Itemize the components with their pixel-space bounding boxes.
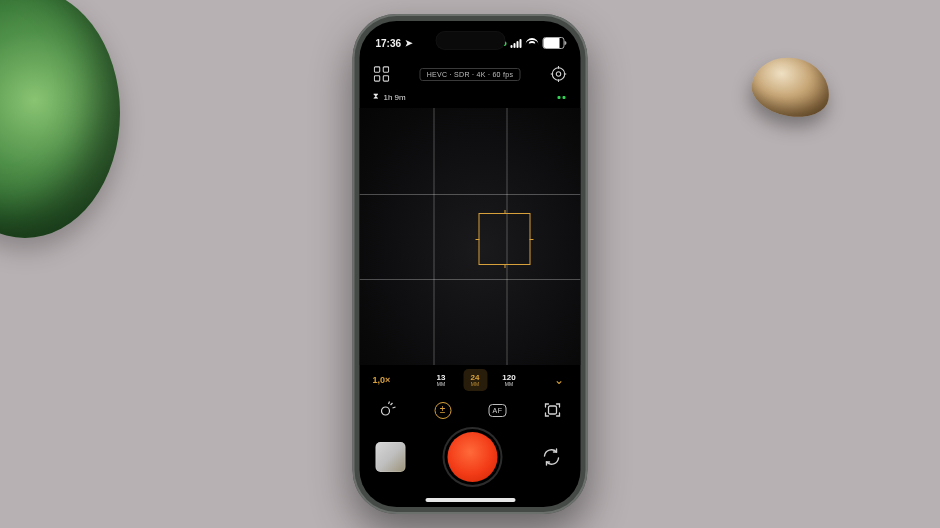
svg-rect-14 (549, 406, 557, 414)
autofocus-button[interactable]: AF (486, 399, 510, 421)
focus-reticle[interactable] (479, 213, 531, 265)
grid-line (360, 194, 581, 195)
iphone-frame: 17:36 ➤ HEVC (353, 14, 588, 514)
clock-label: 17:36 (376, 38, 402, 49)
shutter-row (360, 425, 581, 493)
battery-icon (543, 37, 565, 49)
plant-prop (0, 0, 120, 238)
home-indicator[interactable] (360, 493, 581, 507)
location-icon: ➤ (405, 38, 413, 48)
exposure-compensation-icon[interactable] (431, 399, 455, 421)
status-left: 17:36 ➤ (376, 38, 414, 49)
app-header: HEVC · SDR · 4K · 60 fps (360, 60, 581, 88)
format-badge[interactable]: HEVC · SDR · 4K · 60 fps (420, 68, 521, 81)
grid-line (433, 108, 434, 365)
chevron-down-icon[interactable]: ⌄ (550, 373, 568, 387)
qr-library-icon[interactable] (373, 65, 391, 83)
dynamic-island (435, 31, 505, 50)
hourglass-icon: ⧗ (373, 92, 379, 102)
phone-screen: 17:36 ➤ HEVC (360, 21, 581, 507)
last-capture-thumbnail[interactable] (376, 442, 406, 472)
status-right (498, 37, 565, 49)
grid-line (360, 279, 581, 280)
lens-120mm[interactable]: 120 MM (497, 369, 521, 391)
remaining-time-label: 1h 9m (384, 93, 406, 102)
svg-point-5 (556, 72, 560, 76)
svg-point-4 (552, 68, 564, 80)
svg-line-12 (393, 407, 396, 408)
lens-24mm[interactable]: 24 MM (463, 369, 487, 391)
lens-group: 13 MM 24 MM 120 MM (409, 369, 542, 391)
svg-rect-3 (383, 76, 388, 81)
svg-line-13 (389, 402, 390, 405)
wifi-icon (526, 38, 539, 48)
record-button[interactable] (447, 432, 497, 482)
photo-scene: 17:36 ➤ HEVC (0, 0, 940, 528)
zoom-readout[interactable]: 1,0× (373, 375, 401, 385)
tool-row: AF (360, 395, 581, 425)
remaining-row: ⧗ 1h 9m (360, 88, 581, 108)
settings-icon[interactable] (550, 65, 568, 83)
lens-13mm[interactable]: 13 MM (429, 369, 453, 391)
svg-line-11 (391, 403, 393, 405)
svg-rect-1 (383, 67, 388, 72)
level-indicator-icon (558, 96, 566, 99)
shell-prop (748, 52, 835, 123)
torch-icon[interactable] (376, 399, 400, 421)
cellular-icon (511, 39, 522, 48)
lens-row: 1,0× 13 MM 24 MM 120 MM ⌄ (360, 365, 581, 395)
viewfinder[interactable] (360, 108, 581, 365)
svg-rect-0 (374, 67, 379, 72)
svg-rect-2 (374, 76, 379, 81)
svg-point-10 (382, 407, 390, 415)
camera-flip-icon[interactable] (539, 444, 565, 470)
stabilization-icon[interactable] (541, 399, 565, 421)
